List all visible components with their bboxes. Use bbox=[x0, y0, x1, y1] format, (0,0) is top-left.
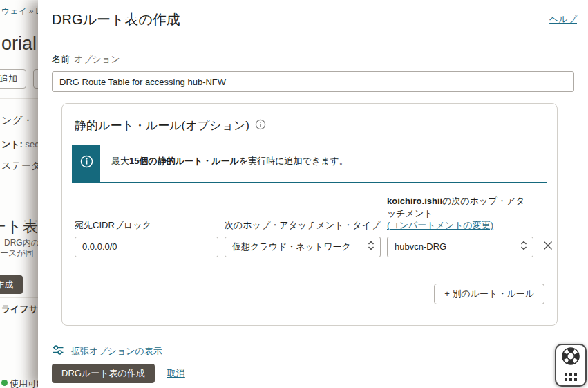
name-input[interactable] bbox=[52, 71, 574, 92]
divider bbox=[0, 98, 38, 99]
next-hop-attachment-select[interactable]: hubvcn-DRG bbox=[387, 237, 533, 257]
select-chevrons-icon bbox=[368, 240, 374, 253]
add-button[interactable]: 追加 bbox=[0, 69, 26, 89]
next-hop-type-label: 次のホップ・アタッチメント・タイプ bbox=[225, 219, 381, 232]
subheading-fragment: ート表 bbox=[0, 216, 39, 237]
close-icon bbox=[542, 240, 553, 253]
destination-cidr-input[interactable] bbox=[75, 237, 218, 257]
next-hop-type-column: 次のホップ・アタッチメント・タイプ 仮想クラウド・ネットワーク bbox=[225, 219, 381, 257]
helper-widget[interactable] bbox=[555, 344, 587, 387]
info-icon[interactable] bbox=[255, 119, 266, 133]
attachment-owner: koichiro.ishii bbox=[387, 196, 442, 206]
breadcrumb-separator: » bbox=[29, 6, 34, 16]
create-drg-route-table-button[interactable]: DRGルート表の作成 bbox=[52, 364, 155, 383]
divider bbox=[0, 297, 38, 298]
name-label: 名前 bbox=[52, 53, 70, 66]
info-banner-stripe bbox=[73, 145, 100, 182]
next-hop-type-select[interactable]: 仮想クラウド・ネットワーク bbox=[225, 237, 381, 257]
next-hop-attachment-column: koichiro.ishiiの次のホップ・アタッチメント (コンパートメントの変… bbox=[387, 195, 533, 257]
compartment-label: ント: bbox=[1, 139, 23, 149]
destination-cidr-label: 宛先CIDRブロック bbox=[75, 219, 218, 232]
status-green-dot-icon bbox=[1, 380, 8, 386]
static-route-rules-section: 静的ルート・ルール(オプション) bbox=[61, 103, 558, 326]
add-rule-row: + 別のルート・ルール bbox=[72, 284, 547, 304]
info-banner-text: 最大15個の静的ルート・ルールを実行時に追加できます。 bbox=[100, 145, 547, 182]
breadcrumb: ウェイ»D bbox=[1, 6, 41, 17]
optional-hint: オプション bbox=[74, 53, 120, 66]
next-hop-type-value: 仮想クラウド・ネットワーク bbox=[232, 241, 368, 253]
section-title-row: 静的ルート・ルール(オプション) bbox=[72, 113, 547, 133]
panel-header: DRGルート表の作成 ヘルプ bbox=[38, 0, 588, 39]
page-title-fragment: orial bbox=[1, 33, 37, 55]
section-title: 静的ルート・ルール(オプション) bbox=[75, 118, 249, 133]
create-button-fragment[interactable]: の作成 bbox=[0, 275, 23, 294]
add-another-rule-button[interactable]: + 別のルート・ルール bbox=[434, 284, 544, 304]
banner-text-suffix: を実行時に追加できます。 bbox=[239, 156, 348, 166]
show-advanced-options-link[interactable]: 拡張オプションの表示 bbox=[71, 345, 162, 358]
breadcrumb-link[interactable]: ウェイ bbox=[1, 6, 27, 16]
panel-title: DRGルート表の作成 bbox=[52, 10, 180, 29]
banner-text-bold: 15個の静的ルート・ルール bbox=[129, 156, 239, 166]
cancel-link[interactable]: 取消 bbox=[167, 367, 185, 380]
lifebuoy-icon bbox=[561, 347, 580, 369]
select-chevrons-icon bbox=[520, 240, 527, 253]
info-banner: 最大15個の静的ルート・ルールを実行時に追加できます。 bbox=[72, 145, 547, 183]
compartment-change-link[interactable]: (コンパートメントの変更) bbox=[387, 220, 493, 230]
divider bbox=[0, 355, 38, 355]
info-icon bbox=[80, 155, 93, 171]
next-hop-attachment-value: hubvcn-DRG bbox=[395, 241, 520, 252]
create-drg-route-table-panel: DRGルート表の作成 ヘルプ 名前 オプション 静的ルート・ルール(オプション) bbox=[38, 0, 588, 388]
route-rule-row: 宛先CIDRブロック 次のホップ・アタッチメント・タイプ 仮想クラウド・ネットワ… bbox=[72, 195, 547, 257]
grid-dots-icon bbox=[564, 371, 578, 384]
name-field-label-row: 名前 オプション bbox=[52, 53, 574, 66]
routing-text-fragment: ング・ bbox=[1, 114, 33, 127]
banner-text-prefix: 最大 bbox=[111, 156, 129, 166]
help-link[interactable]: ヘルプ bbox=[549, 13, 577, 26]
remove-rule-button[interactable] bbox=[540, 237, 556, 257]
advanced-options-row: 拡張オプションの表示 bbox=[52, 344, 574, 359]
next-hop-attachment-label: koichiro.ishiiの次のホップ・アタッチメント (コンパートメントの変… bbox=[387, 195, 533, 232]
sliders-icon bbox=[52, 344, 64, 359]
panel-body: 名前 オプション 静的ルート・ルール(オプション) bbox=[38, 39, 588, 359]
destination-cidr-column: 宛先CIDRブロック bbox=[75, 219, 218, 257]
panel-footer: DRGルート表の作成 取消 bbox=[38, 358, 588, 388]
body-text-fragment: ースが同 bbox=[0, 248, 34, 259]
